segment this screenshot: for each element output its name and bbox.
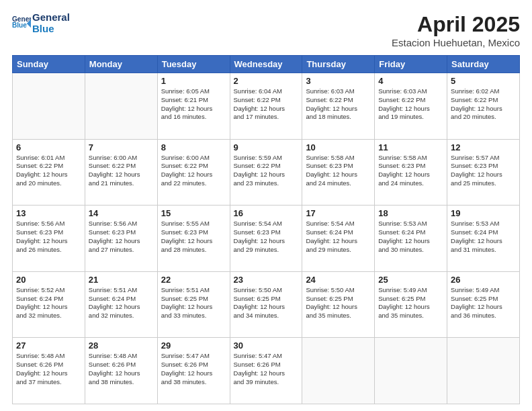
calendar-week-row: 6Sunrise: 6:01 AM Sunset: 6:22 PM Daylig…	[13, 139, 520, 205]
calendar-cell: 24Sunrise: 5:50 AM Sunset: 6:25 PM Dayli…	[302, 271, 375, 338]
cell-info: Sunrise: 5:59 AM Sunset: 6:22 PM Dayligh…	[234, 154, 299, 188]
calendar-cell: 27Sunrise: 5:48 AM Sunset: 6:26 PM Dayli…	[13, 338, 85, 404]
cell-info: Sunrise: 5:54 AM Sunset: 6:23 PM Dayligh…	[234, 220, 299, 254]
cell-info: Sunrise: 6:00 AM Sunset: 6:22 PM Dayligh…	[89, 154, 154, 188]
day-number: 18	[378, 208, 443, 218]
day-number: 16	[234, 208, 299, 218]
calendar-cell: 3Sunrise: 6:03 AM Sunset: 6:22 PM Daylig…	[302, 73, 375, 140]
cell-info: Sunrise: 5:50 AM Sunset: 6:25 PM Dayligh…	[306, 286, 371, 320]
cell-info: Sunrise: 6:03 AM Sunset: 6:22 PM Dayligh…	[306, 87, 371, 122]
month-title: April 2025	[392, 12, 520, 37]
day-number: 8	[161, 142, 226, 152]
day-number: 23	[234, 275, 299, 285]
calendar-cell: 10Sunrise: 5:58 AM Sunset: 6:23 PM Dayli…	[302, 139, 375, 205]
cell-info: Sunrise: 5:55 AM Sunset: 6:23 PM Dayligh…	[161, 220, 226, 254]
calendar-cell: 5Sunrise: 6:02 AM Sunset: 6:22 PM Daylig…	[447, 73, 520, 140]
cell-info: Sunrise: 5:48 AM Sunset: 6:26 PM Dayligh…	[89, 352, 154, 386]
calendar-week-row: 27Sunrise: 5:48 AM Sunset: 6:26 PM Dayli…	[13, 338, 520, 404]
day-number: 2	[234, 76, 299, 86]
cell-info: Sunrise: 5:56 AM Sunset: 6:23 PM Dayligh…	[16, 220, 81, 254]
cell-info: Sunrise: 5:57 AM Sunset: 6:23 PM Dayligh…	[451, 154, 516, 188]
day-number: 20	[16, 275, 81, 285]
day-number: 7	[89, 142, 154, 152]
cell-info: Sunrise: 5:56 AM Sunset: 6:23 PM Dayligh…	[89, 220, 154, 254]
day-number: 29	[161, 340, 226, 351]
logo: General Blue General Blue	[12, 12, 70, 34]
calendar-week-row: 13Sunrise: 5:56 AM Sunset: 6:23 PM Dayli…	[13, 205, 520, 272]
calendar-cell	[13, 73, 85, 140]
day-number: 15	[161, 208, 226, 218]
calendar-cell: 4Sunrise: 6:03 AM Sunset: 6:22 PM Daylig…	[375, 73, 447, 140]
calendar-cell	[375, 338, 447, 404]
calendar-cell: 20Sunrise: 5:52 AM Sunset: 6:24 PM Dayli…	[13, 271, 85, 338]
calendar-cell: 21Sunrise: 5:51 AM Sunset: 6:24 PM Dayli…	[85, 271, 157, 338]
calendar-cell: 17Sunrise: 5:54 AM Sunset: 6:24 PM Dayli…	[302, 205, 375, 272]
calendar-cell: 11Sunrise: 5:58 AM Sunset: 6:23 PM Dayli…	[375, 139, 447, 205]
col-header-sunday: Sunday	[13, 56, 85, 73]
calendar-cell: 22Sunrise: 5:51 AM Sunset: 6:25 PM Dayli…	[157, 271, 230, 338]
cell-info: Sunrise: 6:02 AM Sunset: 6:22 PM Dayligh…	[451, 87, 516, 122]
calendar-cell: 19Sunrise: 5:53 AM Sunset: 6:24 PM Dayli…	[447, 205, 520, 272]
col-header-tuesday: Tuesday	[157, 56, 230, 73]
calendar-cell: 7Sunrise: 6:00 AM Sunset: 6:22 PM Daylig…	[85, 139, 157, 205]
calendar-cell	[302, 338, 375, 404]
calendar-cell: 15Sunrise: 5:55 AM Sunset: 6:23 PM Dayli…	[157, 205, 230, 272]
logo-blue: Blue	[32, 24, 70, 35]
header: General Blue General Blue April 2025 Est…	[12, 12, 520, 48]
day-number: 19	[451, 208, 516, 218]
calendar-cell: 23Sunrise: 5:50 AM Sunset: 6:25 PM Dayli…	[230, 271, 302, 338]
cell-info: Sunrise: 5:51 AM Sunset: 6:24 PM Dayligh…	[89, 286, 154, 320]
cell-info: Sunrise: 5:47 AM Sunset: 6:26 PM Dayligh…	[234, 352, 299, 386]
logo-icon: General Blue	[12, 14, 31, 33]
cell-info: Sunrise: 5:49 AM Sunset: 6:25 PM Dayligh…	[451, 286, 516, 320]
day-number: 25	[378, 275, 443, 285]
col-header-monday: Monday	[85, 56, 157, 73]
day-number: 27	[16, 340, 81, 351]
cell-info: Sunrise: 5:58 AM Sunset: 6:23 PM Dayligh…	[378, 154, 443, 188]
calendar-week-row: 1Sunrise: 6:05 AM Sunset: 6:21 PM Daylig…	[13, 73, 520, 140]
calendar-cell: 13Sunrise: 5:56 AM Sunset: 6:23 PM Dayli…	[13, 205, 85, 272]
cell-info: Sunrise: 5:48 AM Sunset: 6:26 PM Dayligh…	[16, 352, 81, 386]
cell-info: Sunrise: 6:00 AM Sunset: 6:22 PM Dayligh…	[161, 154, 226, 188]
cell-info: Sunrise: 5:49 AM Sunset: 6:25 PM Dayligh…	[378, 286, 443, 320]
calendar-cell: 8Sunrise: 6:00 AM Sunset: 6:22 PM Daylig…	[157, 139, 230, 205]
calendar-cell: 12Sunrise: 5:57 AM Sunset: 6:23 PM Dayli…	[447, 139, 520, 205]
calendar-cell: 14Sunrise: 5:56 AM Sunset: 6:23 PM Dayli…	[85, 205, 157, 272]
col-header-thursday: Thursday	[302, 56, 375, 73]
calendar-cell: 28Sunrise: 5:48 AM Sunset: 6:26 PM Dayli…	[85, 338, 157, 404]
cell-info: Sunrise: 5:47 AM Sunset: 6:26 PM Dayligh…	[161, 352, 226, 386]
day-number: 24	[306, 275, 371, 285]
col-header-friday: Friday	[375, 56, 447, 73]
day-number: 11	[378, 142, 443, 152]
cell-info: Sunrise: 6:03 AM Sunset: 6:22 PM Dayligh…	[378, 87, 443, 122]
day-number: 12	[451, 142, 516, 152]
calendar-cell: 30Sunrise: 5:47 AM Sunset: 6:26 PM Dayli…	[230, 338, 302, 404]
title-block: April 2025 Estacion Huehuetan, Mexico	[392, 12, 520, 48]
calendar-cell: 1Sunrise: 6:05 AM Sunset: 6:21 PM Daylig…	[157, 73, 230, 140]
calendar-table: SundayMondayTuesdayWednesdayThursdayFrid…	[12, 55, 520, 404]
location: Estacion Huehuetan, Mexico	[392, 37, 520, 48]
cell-info: Sunrise: 5:53 AM Sunset: 6:24 PM Dayligh…	[378, 220, 443, 254]
day-number: 9	[234, 142, 299, 152]
cell-info: Sunrise: 6:04 AM Sunset: 6:22 PM Dayligh…	[234, 87, 299, 122]
col-header-saturday: Saturday	[447, 56, 520, 73]
calendar-cell: 2Sunrise: 6:04 AM Sunset: 6:22 PM Daylig…	[230, 73, 302, 140]
calendar-header-row: SundayMondayTuesdayWednesdayThursdayFrid…	[13, 56, 520, 73]
day-number: 6	[16, 142, 81, 152]
cell-info: Sunrise: 5:58 AM Sunset: 6:23 PM Dayligh…	[306, 154, 371, 188]
svg-text:Blue: Blue	[12, 21, 27, 29]
logo-general: General	[32, 12, 70, 24]
day-number: 1	[161, 76, 226, 86]
calendar-cell	[447, 338, 520, 404]
calendar-cell: 9Sunrise: 5:59 AM Sunset: 6:22 PM Daylig…	[230, 139, 302, 205]
page: General Blue General Blue April 2025 Est…	[0, 0, 532, 411]
calendar-cell: 18Sunrise: 5:53 AM Sunset: 6:24 PM Dayli…	[375, 205, 447, 272]
cell-info: Sunrise: 5:52 AM Sunset: 6:24 PM Dayligh…	[16, 286, 81, 320]
cell-info: Sunrise: 6:05 AM Sunset: 6:21 PM Dayligh…	[161, 87, 226, 122]
cell-info: Sunrise: 5:51 AM Sunset: 6:25 PM Dayligh…	[161, 286, 226, 320]
day-number: 5	[451, 76, 516, 86]
calendar-cell: 6Sunrise: 6:01 AM Sunset: 6:22 PM Daylig…	[13, 139, 85, 205]
calendar-cell: 29Sunrise: 5:47 AM Sunset: 6:26 PM Dayli…	[157, 338, 230, 404]
day-number: 17	[306, 208, 371, 218]
day-number: 10	[306, 142, 371, 152]
